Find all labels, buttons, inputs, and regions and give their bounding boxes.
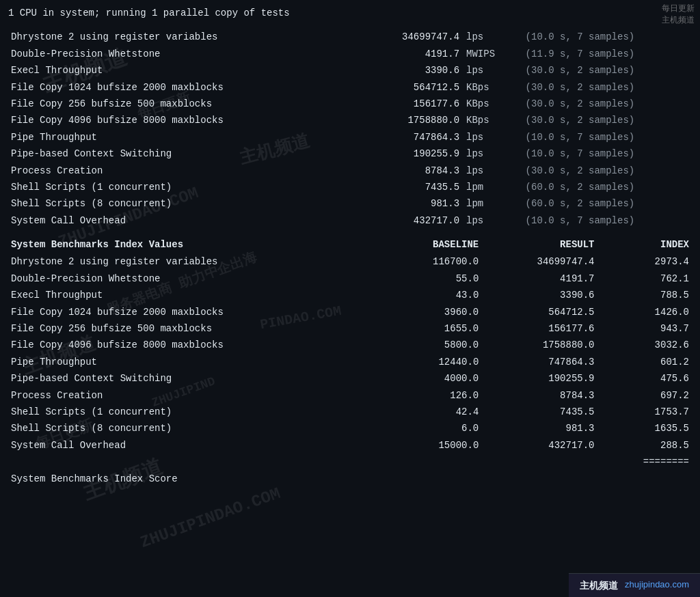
test-value: 747864.3 [351,129,462,145]
test-name: Dhrystone 2 using register variables [8,29,351,45]
index-test-name: File Copy 1024 bufsize 2000 maxblocks [8,304,366,320]
test-timing: (30.0 s, 2 samples) [523,62,692,79]
test-timing: (10.0 s, 7 samples) [523,212,692,229]
test-value: 564712.5 [351,79,462,96]
test-unit: lps [462,62,523,79]
index-row: Process Creation 126.0 8784.3 697.2 [8,387,692,404]
test-timing: (30.0 s, 2 samples) [523,79,692,96]
test-timing: (30.0 s, 2 samples) [523,112,692,128]
test-unit: lps [462,129,523,145]
index-test-name: File Copy 4096 bufsize 8000 maxblocks [8,337,366,353]
benchmark-row: Execl Throughput 3390.6 lps (30.0 s, 2 s… [8,62,692,79]
index-result: 156177.6 [481,320,597,337]
test-timing: (60.0 s, 2 samples) [523,195,692,212]
benchmark-row: Pipe Throughput 747864.3 lps (10.0 s, 7 … [8,129,692,145]
index-header-result: RESULT [481,236,597,253]
index-baseline: 15000.0 [366,437,481,454]
separator-line: ======== [597,454,692,470]
test-timing: (30.0 s, 2 samples) [523,96,692,112]
index-baseline: 55.0 [366,270,481,287]
index-row: Pipe-based Context Switching 4000.0 1902… [8,370,692,387]
test-value: 3390.6 [351,62,462,79]
index-row: File Copy 256 bufsize 500 maxblocks 1655… [8,320,692,337]
test-timing: (30.0 s, 2 samples) [523,163,692,179]
index-test-name: Dhrystone 2 using register variables [8,253,366,270]
test-name: File Copy 4096 bufsize 8000 maxblocks [8,112,351,128]
index-baseline: 5800.0 [366,337,481,353]
index-header-row: System Benchmarks Index Values BASELINE … [8,236,692,253]
benchmark-row: Shell Scripts (8 concurrent) 981.3 lpm (… [8,195,692,212]
score-row: System Benchmarks Index Score [8,471,692,487]
test-name: Shell Scripts (8 concurrent) [8,195,351,212]
index-baseline: 6.0 [366,420,481,436]
index-baseline: 116700.0 [366,253,481,270]
test-name: Pipe-based Context Switching [8,145,351,162]
test-value: 432717.0 [351,212,462,229]
test-name: System Call Overhead [8,212,351,229]
benchmark-row: Double-Precision Whetstone 4191.7 MWIPS … [8,46,692,62]
index-test-name: Shell Scripts (8 concurrent) [8,420,366,436]
site-url: zhujipindao.com [625,578,689,592]
index-result: 4191.7 [481,270,597,287]
test-unit: lps [462,145,523,162]
benchmark-row: Shell Scripts (1 concurrent) 7435.5 lpm … [8,179,692,195]
index-result: 1758880.0 [481,337,597,353]
index-row: System Call Overhead 15000.0 432717.0 28… [8,437,692,454]
index-table: System Benchmarks Index Values BASELINE … [8,236,692,487]
index-row: Shell Scripts (1 concurrent) 42.4 7435.5… [8,404,692,420]
index-result: 432717.0 [481,437,597,454]
test-name: File Copy 1024 bufsize 2000 maxblocks [8,79,351,96]
test-name: File Copy 256 bufsize 500 maxblocks [8,96,351,112]
test-unit: lps [462,29,523,45]
benchmark-row: Pipe-based Context Switching 190255.9 lp… [8,145,692,162]
score-value [366,471,692,487]
index-value: 2973.4 [597,253,692,270]
index-test-name: File Copy 256 bufsize 500 maxblocks [8,320,366,337]
index-result: 7435.5 [481,404,597,420]
index-value: 288.5 [597,437,692,454]
index-result: 981.3 [481,420,597,436]
index-row: Pipe Throughput 12440.0 747864.3 601.2 [8,354,692,370]
top-right-watermark: 每日更新 主机频道 [656,0,700,29]
index-baseline: 3960.0 [366,304,481,320]
index-header-name: System Benchmarks Index Values [8,236,366,253]
index-value: 601.2 [597,354,692,370]
index-row: File Copy 1024 bufsize 2000 maxblocks 39… [8,304,692,320]
test-unit: lpm [462,179,523,195]
test-name: Process Creation [8,163,351,179]
index-value: 1635.5 [597,420,692,436]
test-timing: (60.0 s, 2 samples) [523,179,692,195]
index-value: 3032.6 [597,337,692,353]
bottom-bar: 主机频道 zhujipindao.com [569,573,700,597]
index-row: File Copy 4096 bufsize 8000 maxblocks 58… [8,337,692,353]
test-name: Double-Precision Whetstone [8,46,351,62]
test-unit: KBps [462,96,523,112]
index-baseline: 12440.0 [366,354,481,370]
test-value: 8784.3 [351,163,462,179]
benchmark-row: Dhrystone 2 using register variables 346… [8,29,692,45]
benchmark-row: Process Creation 8784.3 lps (30.0 s, 2 s… [8,163,692,179]
site-name: 主机频道 [580,578,618,593]
test-unit: KBps [462,79,523,96]
index-test-name: System Call Overhead [8,437,366,454]
benchmark-row: File Copy 256 bufsize 500 maxblocks 1561… [8,96,692,112]
index-test-name: Pipe Throughput [8,354,366,370]
test-unit: lpm [462,195,523,212]
benchmark-row: File Copy 4096 bufsize 8000 maxblocks 17… [8,112,692,128]
index-row: Execl Throughput 43.0 3390.6 788.5 [8,287,692,303]
index-result: 190255.9 [481,370,597,387]
index-value: 475.6 [597,370,692,387]
index-result: 747864.3 [481,354,597,370]
test-unit: MWIPS [462,46,523,62]
index-value: 943.7 [597,320,692,337]
benchmark-table: Dhrystone 2 using register variables 346… [8,29,692,229]
index-value: 697.2 [597,387,692,404]
index-header-baseline: BASELINE [366,236,481,253]
index-row: Shell Scripts (8 concurrent) 6.0 981.3 1… [8,420,692,436]
test-timing: (10.0 s, 7 samples) [523,29,692,45]
test-name: Shell Scripts (1 concurrent) [8,179,351,195]
index-row: Double-Precision Whetstone 55.0 4191.7 7… [8,270,692,287]
index-baseline: 4000.0 [366,370,481,387]
index-test-name: Double-Precision Whetstone [8,270,366,287]
test-value: 190255.9 [351,145,462,162]
